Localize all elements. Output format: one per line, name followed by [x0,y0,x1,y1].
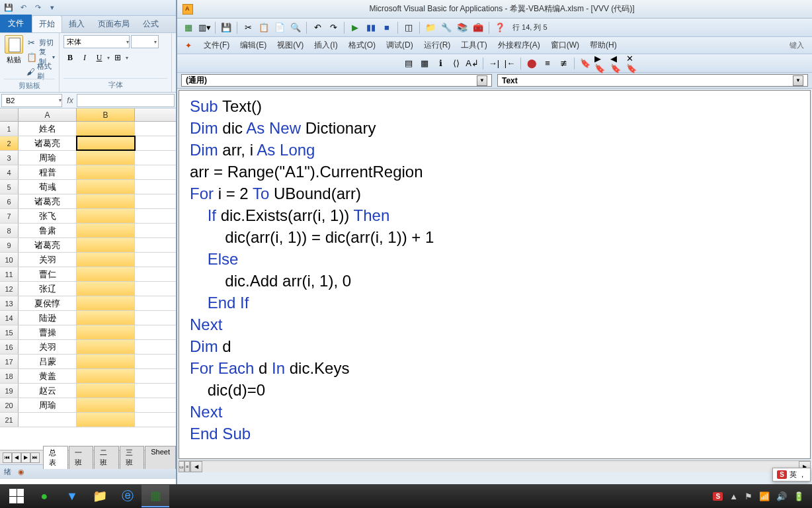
cell[interactable] [77,282,135,296]
row-header[interactable]: 3 [0,151,19,165]
qat-dropdown-icon[interactable]: ▾ [46,2,58,14]
cell[interactable]: 黄盖 [19,369,77,383]
row-header[interactable]: 5 [0,180,19,194]
sheet-nav-first[interactable]: ⏮ [3,452,12,463]
view-excel-icon[interactable]: ▦ [181,21,196,35]
cell[interactable]: 诸葛亮 [19,238,77,252]
underline-button[interactable]: U [93,51,106,64]
ime-indicator[interactable]: S 英 ， [772,468,811,482]
cell[interactable]: 张飞 [19,209,77,223]
menu-tools[interactable]: 工具(T) [456,38,492,53]
taskbar-app-ie[interactable]: ⓔ [114,485,142,507]
font-size-select[interactable]: ▾ [131,35,159,48]
cell[interactable]: 张辽 [19,282,77,296]
sheet-nav-prev[interactable]: ◀ [12,452,21,463]
column-header-a[interactable]: A [19,108,77,121]
menu-edit[interactable]: 编辑(E) [235,38,272,53]
undo-icon[interactable]: ↶ [310,21,325,35]
run-icon[interactable]: ▶ [348,21,362,35]
row-header[interactable]: 7 [0,209,19,223]
menu-insert[interactable]: 插入(I) [309,38,343,53]
cell[interactable]: 夏侯惇 [19,296,77,310]
cell[interactable] [77,194,135,208]
cell[interactable]: 鲁肃 [19,224,77,237]
row-header[interactable]: 16 [0,340,19,354]
font-name-select[interactable]: 宋体▾ [63,35,130,48]
scroll-left-icon[interactable]: ◀ [190,461,202,472]
outdent-icon[interactable]: |← [503,56,517,71]
cell[interactable] [77,384,135,398]
menu-debug[interactable]: 调试(D) [381,38,419,53]
parameter-info-icon[interactable]: ⟨⟩ [449,56,464,71]
cell[interactable] [77,136,135,150]
taskbar-app-qq-music[interactable]: ● [30,485,58,507]
menu-window[interactable]: 窗口(W) [546,38,585,53]
menu-help[interactable]: 帮助(H) [585,38,622,53]
insert-module-icon[interactable]: ▥▾ [197,21,212,35]
bold-button[interactable]: B [63,51,77,64]
select-all-corner[interactable] [0,108,19,121]
redo-icon[interactable]: ↷ [326,21,341,35]
save-icon[interactable]: 💾 [219,21,233,35]
row-header[interactable]: 15 [0,325,19,339]
cell[interactable] [77,180,135,194]
break-icon[interactable]: ▮▮ [364,21,378,35]
procedure-view-icon[interactable]: ≡ [184,461,190,472]
tab-page-layout[interactable]: 页面布局 [91,16,136,32]
paste-button[interactable]: 粘贴 [4,35,24,79]
tab-formulas[interactable]: 公式 [136,16,165,32]
tab-insert[interactable]: 插入 [62,16,91,32]
menu-format[interactable]: 格式(O) [343,38,381,53]
cell[interactable] [77,122,135,136]
cell[interactable]: 周瑜 [19,151,77,165]
row-header[interactable]: 1 [0,122,19,136]
row-header[interactable]: 14 [0,311,19,325]
cell[interactable]: 程普 [19,165,77,179]
cell[interactable] [77,151,135,165]
cell[interactable] [77,325,135,339]
format-painter-button[interactable]: 🖌格式刷 [26,64,55,79]
next-bookmark-icon[interactable]: ▶🔖 [594,56,608,71]
taskbar-app-thunder[interactable]: ▼ [58,485,86,507]
menu-run[interactable]: 运行(R) [419,38,456,53]
clear-bookmarks-icon[interactable]: ✕🔖 [626,56,640,71]
design-mode-icon[interactable]: ◫ [401,21,416,35]
taskbar-app-excel[interactable]: ▦ [142,485,169,507]
menu-icon[interactable]: ✦ [181,38,196,53]
cell[interactable] [77,165,135,179]
tray-up-icon[interactable]: ▲ [729,491,738,501]
horizontal-scrollbar[interactable]: ▭ ≡ ◀ ▶ [179,460,811,472]
object-dropdown[interactable]: (通用) ▼ [181,74,492,87]
formula-input[interactable] [77,94,175,107]
italic-button[interactable]: I [78,51,91,64]
cell[interactable] [77,355,135,368]
cell[interactable]: 赵云 [19,384,77,398]
reset-icon[interactable]: ■ [380,21,394,35]
cell[interactable] [77,398,135,412]
indent-icon[interactable]: →| [487,56,501,71]
cell[interactable]: 关羽 [19,253,77,267]
row-header[interactable]: 2 [0,136,19,150]
cell[interactable]: 陆逊 [19,311,77,325]
redo-icon[interactable]: ↷ [32,2,44,14]
row-header[interactable]: 9 [0,238,19,252]
row-header[interactable]: 12 [0,282,19,296]
fx-icon[interactable]: fx [63,96,77,105]
cell[interactable] [77,340,135,354]
tray-ime-icon[interactable]: S [713,492,723,501]
scrollbar-track[interactable] [202,461,799,472]
row-header[interactable]: 18 [0,369,19,383]
row-header[interactable]: 19 [0,384,19,398]
name-box[interactable]: B2▾ [1,94,62,107]
sheet-nav-last[interactable]: ⏭ [30,452,40,463]
cell[interactable]: 诸葛亮 [19,136,77,150]
cell[interactable] [77,253,135,267]
menu-file[interactable]: 文件(F) [198,38,235,53]
breakpoint-icon[interactable]: ⬤ [524,56,539,71]
help-icon[interactable]: ❓ [493,21,507,35]
cell[interactable] [77,267,135,281]
comment-icon[interactable]: ≡ [540,56,555,71]
cell[interactable] [77,296,135,310]
cell[interactable] [77,238,135,252]
menu-view[interactable]: 视图(V) [272,38,309,53]
